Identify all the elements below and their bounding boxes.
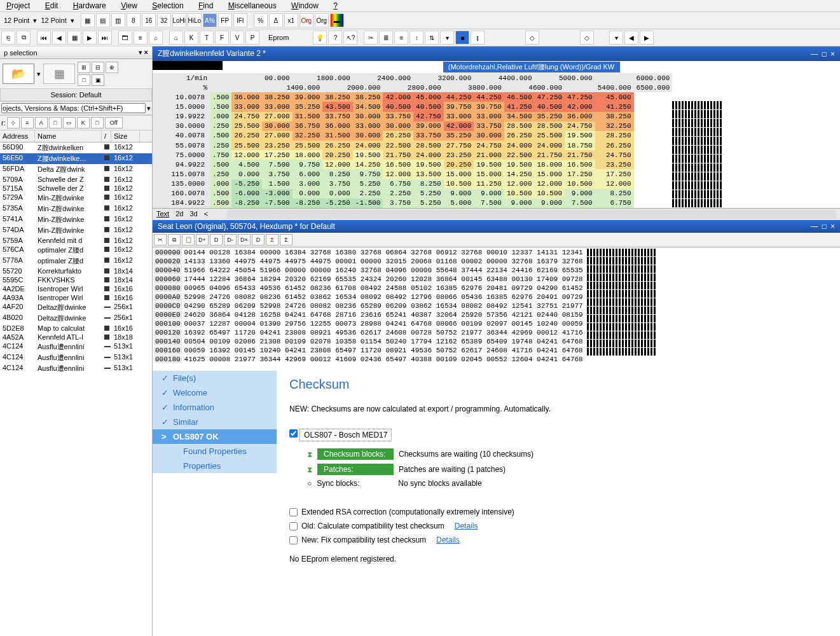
tb2-17[interactable]: 💡 xyxy=(313,31,327,45)
scrollbar[interactable] xyxy=(227,210,836,219)
menu-find[interactable]: Find xyxy=(192,0,219,11)
list-item[interactable]: 56FDADelta Z膣dwink16x12 xyxy=(0,164,152,175)
ols-checkbox[interactable] xyxy=(289,429,298,438)
fb7[interactable]: □ xyxy=(91,117,104,128)
tb-btn-2[interactable]: ▤ xyxy=(96,13,110,27)
tb2-2[interactable]: ⧉ xyxy=(17,31,31,45)
old-checkbox[interactable] xyxy=(289,522,298,530)
hex-close-icon[interactable]: × xyxy=(830,222,835,231)
filter-dropdown-icon[interactable]: ▾ xyxy=(147,104,151,113)
mini-btn-5[interactable]: ▣ xyxy=(92,74,104,86)
tb2-15[interactable]: V xyxy=(230,31,244,45)
tb2-1[interactable]: ⎗ xyxy=(1,31,15,45)
list-item[interactable]: 4AF20Deltaz膣dwinke256x1 xyxy=(0,302,152,313)
hex-cut-icon[interactable]: ✂ xyxy=(154,234,167,245)
tb2-27[interactable]: ⫿ xyxy=(471,31,485,45)
tb-btn-11[interactable]: IFI xyxy=(233,13,247,27)
list-item[interactable]: 576CAoptimaler Z腰d16x12 xyxy=(0,245,152,256)
nav-properties[interactable]: Properties xyxy=(153,459,277,473)
tab-text[interactable]: Text xyxy=(156,210,169,219)
list-item[interactable]: 5741AMin-Z膣dwinke16x12 xyxy=(0,214,152,225)
list-item[interactable]: 55720Korrekturfakto18x14 xyxy=(0,266,152,275)
hex-b1[interactable]: D+ xyxy=(196,234,209,245)
fb4[interactable]: □ xyxy=(49,117,62,128)
mini-btn-2[interactable]: ⊟ xyxy=(92,62,104,73)
tab-3d[interactable]: 3d xyxy=(189,210,197,219)
fb2[interactable]: ≡ xyxy=(21,117,34,128)
tb-btn-15[interactable]: Org xyxy=(300,13,313,27)
tb-btn-3[interactable]: ▥ xyxy=(111,13,125,27)
tb-btn-8[interactable]: HiLo xyxy=(188,13,202,27)
hex-maximize-icon[interactable]: □ xyxy=(822,222,827,231)
details-link-2[interactable]: Details xyxy=(436,536,460,544)
nav-prev[interactable]: ◀ xyxy=(52,31,66,45)
menu-edit[interactable]: Edit xyxy=(39,0,65,11)
tb2-20[interactable]: ✂ xyxy=(364,31,378,45)
nav-next[interactable]: ▶ xyxy=(83,31,97,45)
tab-2d[interactable]: 2d xyxy=(176,210,183,219)
hex-b3[interactable]: D- xyxy=(224,234,237,245)
fb3[interactable]: A xyxy=(35,117,48,128)
hex-b4[interactable]: D× xyxy=(238,234,251,245)
mini-btn-4[interactable]: □ xyxy=(78,74,90,86)
mini-btn-3[interactable]: ⊕ xyxy=(106,62,118,73)
hex-sigma2-icon[interactable]: Σ xyxy=(280,234,293,245)
mini-btn-1[interactable]: ⊞ xyxy=(78,62,90,73)
list-item[interactable]: 56E50Z腰dwinkelke…16x12 xyxy=(0,153,152,164)
list-item[interactable]: 5759AKennfeld mit d16x12 xyxy=(0,236,152,245)
map-list[interactable]: 56D90Z膣dwinkelken16x1256E50Z腰dwinkelke…1… xyxy=(0,142,152,636)
fb1[interactable]: ⊹ xyxy=(7,117,20,128)
list-item[interactable]: 574DAMin-Z膣dwinke16x12 xyxy=(0,225,152,236)
tb-btn-13[interactable]: Δ xyxy=(269,13,283,27)
tb2-23[interactable]: ↕ xyxy=(410,31,423,45)
nav-first[interactable]: ⏮ xyxy=(37,31,51,45)
list-item[interactable]: 5735AMin-Z膣dwinke16x12 xyxy=(0,204,152,214)
hex-b5[interactable]: D xyxy=(252,234,265,245)
menu-misc[interactable]: Miscellaneous xyxy=(222,0,283,11)
list-item[interactable]: 4C124Ausflu遭ennlini513x1 xyxy=(0,352,152,363)
tb-btn-6[interactable]: 32 xyxy=(157,13,171,27)
off-button[interactable]: Off xyxy=(105,117,123,128)
menu-help[interactable]: ? xyxy=(327,0,344,11)
hex-paste-icon[interactable]: 📋 xyxy=(182,234,195,245)
tb2-14[interactable]: F xyxy=(215,31,229,45)
menu-view[interactable]: View xyxy=(114,0,144,11)
list-item[interactable]: 4A93AIsentroper Wirl16x16 xyxy=(0,293,152,302)
tb-btn-4[interactable]: 8 xyxy=(127,13,141,27)
fb6[interactable]: K xyxy=(77,117,90,128)
col-size[interactable]: Size xyxy=(111,130,140,142)
menu-project[interactable]: Project xyxy=(0,0,36,11)
nav-files[interactable]: File(s) xyxy=(153,371,277,385)
nav-grid[interactable]: ▦ xyxy=(67,31,81,45)
tb2-29[interactable]: ◇ xyxy=(580,31,594,45)
minimize-icon[interactable]: — xyxy=(811,50,818,59)
list-item[interactable]: 5729AMin-Z膣dwinke16x12 xyxy=(0,193,152,204)
list-item[interactable]: 4A2DEIsentroper Wirl16x16 xyxy=(0,284,152,293)
tb2-9[interactable]: ≡ xyxy=(134,31,148,45)
list-item[interactable]: 4B020Deltaz膣dwinke256x1 xyxy=(0,313,152,324)
tb2-19[interactable]: ↖? xyxy=(343,31,357,45)
tb-btn-17[interactable]: ▬ xyxy=(330,13,344,27)
tb2-11[interactable]: ⌂ xyxy=(169,31,183,45)
close-icon[interactable]: × xyxy=(144,48,148,56)
tb2-10[interactable]: ⌕ xyxy=(149,31,163,45)
list-item[interactable]: 56D90Z膣dwinkelken16x12 xyxy=(0,142,152,153)
fb5[interactable]: ▭ xyxy=(63,117,76,128)
tb-btn-14[interactable]: x1 xyxy=(284,13,298,27)
nav-last[interactable]: ⏭ xyxy=(98,31,112,45)
maximize-icon[interactable]: □ xyxy=(822,50,827,59)
list-item[interactable]: 4A52AKennfeld ATL-I18x18 xyxy=(0,333,152,342)
tb2-8[interactable]: 🗔 xyxy=(118,31,132,45)
point-size-1[interactable]: 12 Point xyxy=(1,17,32,24)
tb2-22[interactable]: ≡ xyxy=(394,31,408,45)
list-item[interactable]: 5778Aoptimaler Z腰d16x12 xyxy=(0,256,152,266)
tb-btn-16[interactable]: Org xyxy=(315,13,329,27)
tb-btn-7[interactable]: LoHi xyxy=(172,13,186,27)
tb2-30[interactable]: ▾ xyxy=(609,31,623,45)
list-item[interactable]: 5595CFKKVSHKS18x14 xyxy=(0,275,152,284)
menu-selection[interactable]: Selection xyxy=(146,0,189,11)
open-folder-icon[interactable]: 📂 xyxy=(3,64,34,84)
hex-b2[interactable]: D xyxy=(210,234,223,245)
col-name[interactable]: Name xyxy=(35,130,102,142)
nav-found-props[interactable]: Found Properties xyxy=(153,444,277,459)
